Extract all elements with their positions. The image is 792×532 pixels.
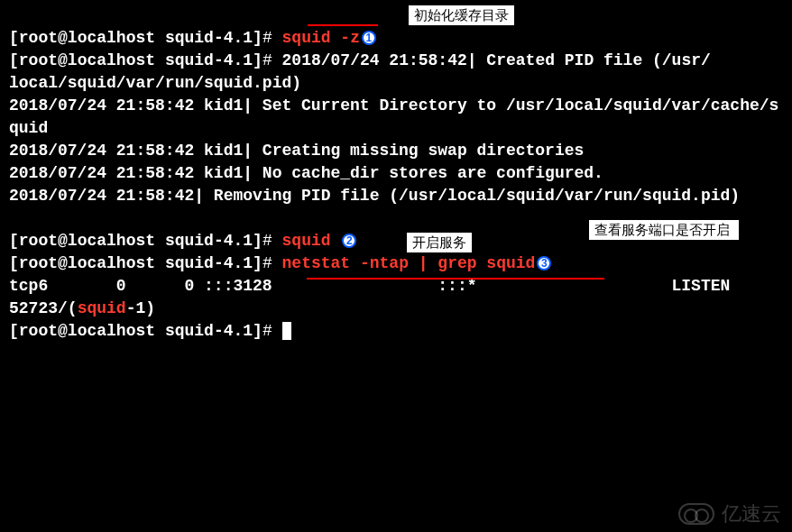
prompt: [root@localhost squid-4.1]# (9, 29, 282, 47)
output-setdir: 2018/07/24 21:58:42 kid1| Set Current Di… (9, 96, 778, 137)
output-removing: 2018/07/24 21:58:42| Removing PID file (… (9, 187, 740, 205)
prompt: [root@localhost squid-4.1]# (9, 51, 282, 69)
terminal-output[interactable]: [root@localhost squid-4.1]# squid -z1 [r… (9, 5, 783, 343)
output-netstat: tcp6 0 0 :::3128 :::* LISTEN 52723/(squi… (9, 277, 788, 317)
output-creating: 2018/07/24 21:58:42 kid1| Creating missi… (9, 142, 584, 160)
annotation-label-3: 查看服务端口是否开启 (587, 218, 741, 242)
output-nocache: 2018/07/24 21:58:42 kid1| No cache_dir s… (9, 164, 603, 182)
command-netstat: netstat -ntap | grep squid (282, 254, 536, 272)
output-pid-created: 2018/07/24 21:58:42| Created PID file (/… (282, 51, 711, 69)
watermark-logo-icon (678, 503, 714, 525)
annotation-label-2: 开启服务 (405, 231, 474, 254)
prompt: [root@localhost squid-4.1]# (9, 232, 282, 250)
prompt: [root@localhost squid-4.1]# (9, 322, 282, 340)
annotation-label-1: 初始化缓存目录 (407, 4, 516, 27)
underline-1 (308, 24, 378, 26)
watermark-text: 亿速云 (722, 502, 781, 525)
output-pid-created-cont: local/squid/var/run/squid.pid) (9, 74, 301, 92)
prompt: [root@localhost squid-4.1]# (9, 254, 282, 272)
annotation-bullet-2: 2 (342, 234, 356, 248)
annotation-bullet-1: 1 (362, 31, 376, 45)
watermark: 亿速云 (678, 502, 781, 525)
underline-2 (307, 278, 604, 280)
cursor[interactable] (282, 322, 291, 340)
command-squid: squid (282, 232, 331, 250)
annotation-bullet-3: 3 (537, 256, 551, 271)
command-squid-z: squid -z (282, 29, 360, 47)
